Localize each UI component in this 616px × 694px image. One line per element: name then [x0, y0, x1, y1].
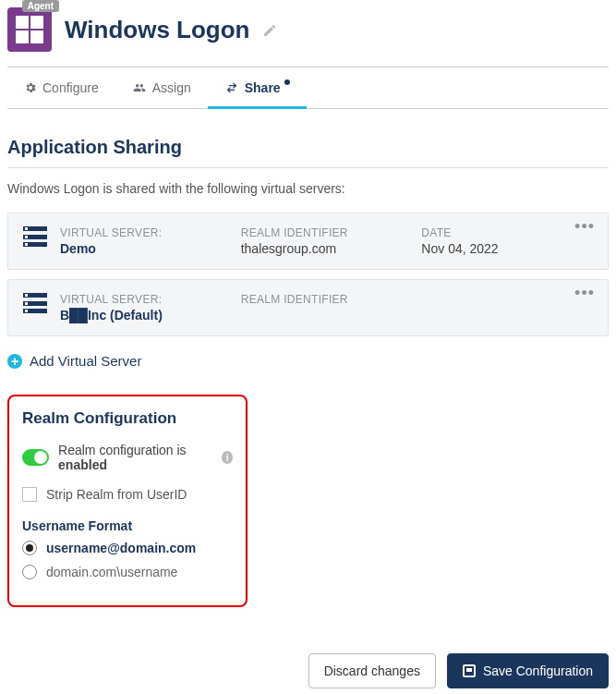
- server-name: Demo: [60, 241, 232, 256]
- strip-realm-label: Strip Realm from UserID: [46, 487, 187, 502]
- tab-indicator-dot: [284, 79, 290, 85]
- section-title-sharing: Application Sharing: [7, 137, 609, 158]
- server-icon: [23, 293, 47, 313]
- section-title-realm: Realm Configuration: [22, 409, 233, 428]
- col-label-date: DATE: [421, 226, 593, 239]
- server-icon: [23, 226, 47, 247]
- realm-config-box: Realm Configuration Realm configuration …: [7, 395, 248, 607]
- col-label-virtual-server: VIRTUAL SERVER:: [60, 226, 232, 239]
- info-icon[interactable]: i: [222, 451, 233, 464]
- tab-configure[interactable]: Configure: [7, 67, 115, 108]
- username-format-label: Username Format: [22, 518, 233, 533]
- save-button[interactable]: Save Configuration: [447, 653, 609, 688]
- divider: [7, 167, 609, 168]
- plus-icon: +: [7, 354, 22, 369]
- username-format-option-1[interactable]: username@domain.com: [22, 541, 233, 555]
- discard-button[interactable]: Discard changes: [308, 653, 436, 688]
- server-card: VIRTUAL SERVER: B██Inc (Default) REALM I…: [7, 279, 609, 336]
- server-realm: thalesgroup.com: [241, 241, 413, 256]
- col-label-realm: REALM IDENTIFIER: [241, 293, 413, 306]
- more-icon[interactable]: •••: [574, 289, 595, 298]
- app-icon: Agent: [7, 7, 52, 52]
- strip-realm-checkbox[interactable]: [22, 487, 37, 502]
- share-icon: [224, 81, 239, 94]
- edit-icon[interactable]: [262, 16, 277, 43]
- gear-icon: [24, 81, 37, 94]
- username-format-option-2[interactable]: domain.com\username: [22, 565, 233, 579]
- col-label-virtual-server: VIRTUAL SERVER:: [60, 293, 232, 306]
- page-title: Windows Logon: [65, 16, 277, 44]
- agent-badge: Agent: [22, 0, 59, 12]
- tab-bar: Configure Assign Share: [7, 67, 609, 109]
- users-icon: [132, 81, 147, 94]
- realm-enable-toggle[interactable]: [22, 449, 49, 466]
- tab-share[interactable]: Share: [208, 67, 307, 108]
- server-name: B██Inc (Default): [60, 308, 232, 323]
- add-virtual-server-link[interactable]: + Add Virtual Server: [7, 353, 609, 369]
- radio-icon: [22, 565, 37, 579]
- radio-icon: [22, 541, 37, 555]
- save-icon: [463, 664, 476, 677]
- footer-actions: Discard changes Save Configuration: [7, 653, 609, 688]
- sharing-intro: Windows Logon is shared with the followi…: [7, 181, 609, 196]
- realm-toggle-label: Realm configuration is enabled: [58, 443, 212, 472]
- col-label-realm: REALM IDENTIFIER: [241, 226, 413, 239]
- server-card: VIRTUAL SERVER: Demo REALM IDENTIFIER th…: [7, 213, 609, 270]
- more-icon[interactable]: •••: [574, 223, 595, 231]
- server-date: Nov 04, 2022: [421, 241, 593, 256]
- page-header: Agent Windows Logon: [7, 7, 609, 67]
- tab-assign[interactable]: Assign: [115, 67, 208, 108]
